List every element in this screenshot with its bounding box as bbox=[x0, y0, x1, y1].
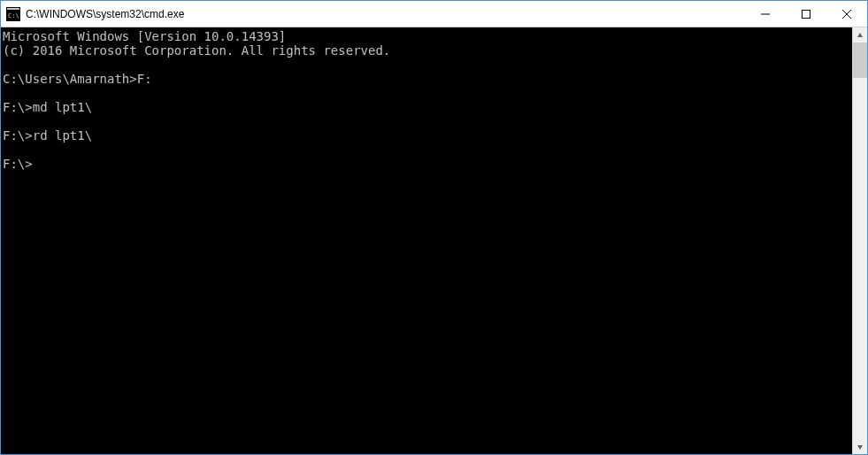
client-area: Microsoft Windows [Version 10.0.14393](c… bbox=[1, 27, 867, 454]
maximize-button[interactable] bbox=[786, 1, 826, 27]
scroll-thumb[interactable] bbox=[853, 42, 867, 78]
close-button[interactable] bbox=[826, 1, 867, 27]
console-line: F:\>rd lpt1\ bbox=[3, 128, 850, 143]
svg-rect-4 bbox=[803, 10, 810, 18]
svg-text:C:\: C:\ bbox=[8, 12, 19, 19]
console-line bbox=[3, 58, 850, 72]
svg-marker-7 bbox=[857, 33, 863, 37]
console-line: C:\Users\Amarnath>F: bbox=[3, 72, 850, 86]
vertical-scrollbar[interactable] bbox=[852, 27, 867, 454]
svg-marker-8 bbox=[857, 445, 863, 450]
window-title: C:\WINDOWS\system32\cmd.exe bbox=[26, 8, 745, 20]
console-line: (c) 2016 Microsoft Corporation. All righ… bbox=[3, 43, 850, 58]
console-line: Microsoft Windows [Version 10.0.14393] bbox=[3, 29, 850, 43]
titlebar[interactable]: C:\ C:\WINDOWS\system32\cmd.exe bbox=[1, 1, 867, 27]
scroll-up-button[interactable] bbox=[853, 27, 867, 42]
console-line bbox=[3, 143, 850, 157]
cmd-window: C:\ C:\WINDOWS\system32\cmd.exe Microsof… bbox=[0, 0, 868, 455]
console-line bbox=[3, 86, 850, 100]
console-output[interactable]: Microsoft Windows [Version 10.0.14393](c… bbox=[1, 27, 852, 454]
window-controls bbox=[745, 1, 867, 27]
console-line: F:\>md lpt1\ bbox=[3, 100, 850, 114]
scroll-down-button[interactable] bbox=[853, 439, 867, 454]
console-line bbox=[3, 114, 850, 128]
scroll-track[interactable] bbox=[853, 42, 867, 439]
console-line: F:\> bbox=[3, 157, 850, 171]
minimize-button[interactable] bbox=[745, 1, 786, 27]
svg-rect-1 bbox=[7, 8, 19, 10]
cmd-icon: C:\ bbox=[6, 7, 20, 21]
